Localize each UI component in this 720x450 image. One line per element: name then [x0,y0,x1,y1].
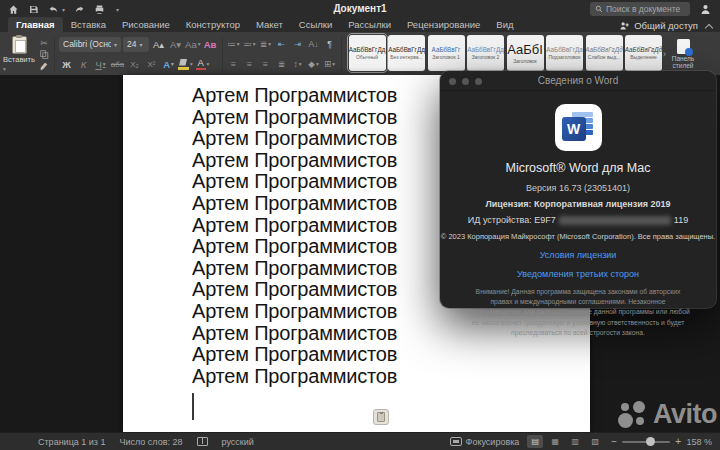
font-name-select[interactable]: Calibri (Осно...▾ [59,37,121,52]
paste-options-icon [377,412,385,422]
strikethrough-button[interactable]: абв [110,57,125,72]
decrease-indent-button[interactable]: ⇤ [275,37,289,52]
more-commands-icon[interactable]: ▾ [116,6,119,13]
paste-options-button[interactable] [373,409,389,425]
font-size-select[interactable]: 24▾ [123,37,149,52]
numbered-list-button[interactable]: ≕▾ [243,37,257,52]
zoom-out-icon[interactable]: − [611,436,617,447]
copy-icon[interactable] [38,49,50,60]
outline-view-icon[interactable]: ▥ [567,435,583,448]
zoom-slider[interactable] [622,441,670,443]
justify-button[interactable]: ≣ [275,57,289,72]
style-chip[interactable]: АаБбВвГгДдЗаголовок 2 [467,35,504,71]
zoom-window-icon[interactable] [475,78,482,85]
ribbon-tab[interactable]: Вид [488,17,521,32]
style-chip[interactable]: АаБбІЗаголовок [507,35,544,71]
ribbon-tabs: ГлавнаяВставкаРисованиеКонструкторМакетС… [8,17,522,32]
document-line[interactable]: Артем Программистов [192,344,590,366]
search-box[interactable]: Поиск в документе [590,2,690,16]
zoom-control: − + 158 % [611,436,712,447]
paste-button[interactable]: Вставить ▾ [4,35,34,73]
avito-logo-icon [618,401,648,429]
zoom-in-icon[interactable]: + [675,436,681,447]
third-party-notices-link[interactable]: Уведомления третьих сторон [440,269,716,279]
style-chip[interactable]: АаБбВвГгЗаголовок 1 [428,35,465,71]
highlighter-icon [178,59,189,70]
spellcheck-icon[interactable] [197,437,208,446]
superscript-button[interactable]: X² [144,57,159,72]
subscript-button[interactable]: X₂ [127,57,142,72]
print-layout-view-icon[interactable]: ▤ [527,435,543,448]
line-spacing-button[interactable]: ↕▾ [291,57,305,72]
ribbon-tab[interactable]: Главная [8,17,63,32]
align-right-button[interactable]: ≡ [259,57,273,72]
align-center-button[interactable]: ≡ [243,57,257,72]
ribbon-tab[interactable]: Ссылки [291,17,340,32]
ribbon-tab[interactable]: Конструктор [178,17,248,32]
close-icon[interactable] [449,78,456,85]
increase-indent-button[interactable]: ⇥ [291,37,305,52]
style-chip[interactable]: АаБбВвГгДдВыделение [625,35,662,71]
change-case-button[interactable]: Аа▾ [185,37,201,52]
ribbon-tab[interactable]: Макет [248,17,291,32]
ribbon-tab-row: ГлавнаяВставкаРисованиеКонструкторМакетС… [0,18,720,32]
bold-button[interactable]: Ж [59,57,74,72]
styles-pane-button[interactable]: Панель стилей [667,35,699,73]
borders-button[interactable]: ⊞▾ [323,57,337,72]
minimize-icon[interactable] [462,78,469,85]
page-count[interactable]: Страница 1 из 1 [38,437,105,447]
zoom-level[interactable]: 158 % [686,437,712,447]
font-color-button[interactable]: А▾ [195,57,210,72]
dialog-titlebar[interactable]: Сведения о Word [440,71,716,91]
italic-button[interactable]: К [76,57,91,72]
align-left-button[interactable]: ≡ [227,57,241,72]
device-id-redacted [559,216,671,225]
zoom-slider-knob[interactable] [646,437,655,446]
font-name-value: Calibri (Осно... [63,39,111,49]
ribbon-tab[interactable]: Рассылки [340,17,399,32]
license-terms-link[interactable]: Условия лицензии [440,250,716,260]
style-chip[interactable]: АаБбВвГгДдОбычный [349,35,386,71]
home-icon[interactable] [8,4,19,15]
bullet-list-button[interactable]: ≔▾ [227,37,241,52]
focus-mode-button[interactable]: Фокусировка [450,437,520,447]
document-line[interactable]: Артем Программистов [192,366,590,388]
undo-icon[interactable] [48,4,59,15]
styles-gallery-more-icon[interactable]: › [663,49,666,59]
show-marks-button[interactable]: ¶ [323,37,337,52]
shading-button[interactable]: ◆▾ [307,57,321,72]
ribbon-tab[interactable]: Вставка [63,17,114,32]
search-icon [595,5,603,13]
undo-dropdown-icon[interactable]: ▾ [62,6,65,13]
multilevel-list-button[interactable]: ≣▾ [259,37,273,52]
style-chip[interactable]: АаБбВвГгДдБез интерва... [388,35,425,71]
ribbon-tab[interactable]: Рисование [114,17,178,32]
draft-view-icon[interactable]: ▧ [587,435,603,448]
shrink-font-button[interactable]: А▾ [168,37,183,52]
print-icon[interactable] [94,4,105,15]
device-id-label: ИД устройства: E9F7 [468,215,556,225]
word-count[interactable]: Число слов: 28 [119,437,182,447]
format-painter-icon[interactable] [38,60,50,71]
underline-button[interactable]: Ч▾ [93,57,108,72]
web-layout-view-icon[interactable]: ▦ [547,435,563,448]
text-effects-button[interactable]: А▾ [161,57,176,72]
redo-icon[interactable] [74,4,85,15]
clear-formatting-button[interactable]: Ав [203,37,218,52]
device-id-row: ИД устройства: E9F7 119 [440,215,716,225]
copyright-text: © 2023 Корпорация Майкрософт (Microsoft … [440,232,716,241]
sort-button[interactable]: А↓ [307,37,321,52]
ribbon: Вставить ▾ ✂ Calibri (Осно...▾ 24▾ [0,32,720,75]
cut-icon[interactable]: ✂ [38,37,50,48]
share-button[interactable]: Общий доступ [619,20,698,31]
language-indicator[interactable]: русский [222,437,254,447]
ribbon-tab[interactable]: Рецензирование [399,17,488,32]
save-icon[interactable] [28,4,39,15]
style-chip[interactable]: АаБбВвГгДаПодзаголовок [546,35,583,71]
grow-font-button[interactable]: А▴ [151,37,166,52]
style-chip[interactable]: АаБбВвГгДдСлабое выд... [586,35,623,71]
device-id-suffix: 119 [674,215,688,225]
collapse-ribbon-icon[interactable] [705,22,713,30]
search-placeholder: Поиск в документе [606,4,680,14]
highlight-color-button[interactable]: ▾ [178,57,193,72]
